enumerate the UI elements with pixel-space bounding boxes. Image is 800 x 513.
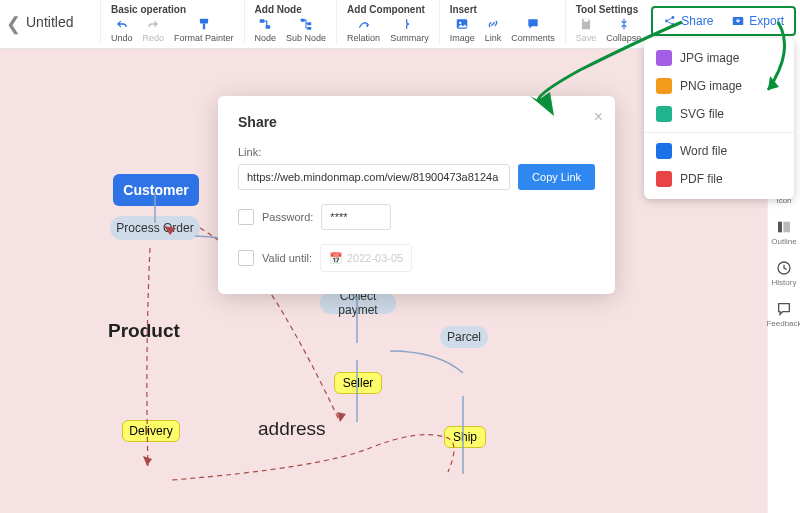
link-icon	[485, 17, 501, 31]
relation-icon	[356, 17, 372, 31]
link-input[interactable]	[238, 164, 510, 190]
history-icon	[776, 260, 792, 276]
toolbar-group: Basic operationUndoRedoFormat Painter	[100, 0, 244, 43]
toolbar-item-label: Format Painter	[174, 33, 234, 43]
password-label: Password:	[262, 211, 313, 223]
node-delivery[interactable]: Delivery	[122, 420, 180, 442]
group-label: Basic operation	[111, 4, 234, 15]
toolbar-relation[interactable]: Relation	[347, 17, 380, 43]
toolbar-item-label: Sub Node	[286, 33, 326, 43]
valid-until-label: Valid until:	[262, 252, 312, 264]
toolbar-image[interactable]: Image	[450, 17, 475, 43]
feedback-icon	[776, 301, 792, 317]
group-label: Insert	[450, 4, 555, 15]
toolbar-format-painter[interactable]: Format Painter	[174, 17, 234, 43]
toolbar-item-label: Node	[255, 33, 277, 43]
valid-until-date[interactable]: 📅 2022-03-05	[320, 244, 412, 272]
outline-icon	[776, 219, 792, 235]
toolbar-group: Add NodeNodeSub Node	[244, 0, 337, 43]
side-label: History	[772, 278, 797, 287]
date-placeholder: 2022-03-05	[347, 252, 403, 264]
toolbar-item-label: Image	[450, 33, 475, 43]
svg-rect-6	[307, 27, 311, 30]
password-checkbox[interactable]	[238, 209, 254, 225]
toolbar-group: Add ComponentRelationSummary	[336, 0, 439, 43]
valid-until-checkbox[interactable]	[238, 250, 254, 266]
svg-rect-4	[301, 19, 305, 22]
side-history[interactable]: History	[772, 260, 797, 287]
calendar-icon: 📅	[329, 252, 343, 265]
svg-rect-5	[307, 22, 311, 25]
toolbar-item-label: Summary	[390, 33, 429, 43]
node-customer[interactable]: Customer	[113, 174, 199, 206]
node-seller[interactable]: Seller	[334, 372, 382, 394]
svg-rect-19	[783, 222, 790, 233]
toolbar-summary[interactable]: Summary	[390, 17, 429, 43]
group-label: Add Component	[347, 4, 429, 15]
image-icon	[454, 17, 470, 31]
node-parcel[interactable]: Parcel	[440, 326, 488, 348]
password-input[interactable]	[321, 204, 391, 230]
svg-rect-0	[200, 19, 208, 24]
subnode-icon	[298, 17, 314, 31]
side-label: Feedback	[766, 319, 800, 328]
side-feedback[interactable]: Feedback	[766, 301, 800, 328]
toolbar-node[interactable]: Node	[255, 17, 277, 43]
side-label: Outline	[771, 237, 796, 246]
svg-rect-2	[260, 19, 265, 23]
node-ship[interactable]: Ship	[444, 426, 486, 448]
svg-rect-18	[778, 222, 782, 233]
undo-icon	[114, 17, 130, 31]
annotation-arrow	[520, 20, 800, 200]
format-painter-icon	[196, 17, 212, 31]
label-product: Product	[108, 320, 180, 342]
toolbar-sub-node[interactable]: Sub Node	[286, 17, 326, 43]
toolbar-item-label: Undo	[111, 33, 133, 43]
label-address: address	[258, 418, 326, 440]
node-icon	[257, 17, 273, 31]
summary-icon	[401, 17, 417, 31]
svg-point-8	[459, 22, 461, 24]
svg-rect-1	[203, 23, 205, 29]
toolbar-item-label: Redo	[143, 33, 165, 43]
toolbar-undo[interactable]: Undo	[111, 17, 133, 43]
node-collect-payment[interactable]: Collect paymet	[320, 292, 396, 314]
redo-icon	[145, 17, 161, 31]
back-button[interactable]: ❮	[0, 0, 26, 48]
toolbar-item-label: Relation	[347, 33, 380, 43]
group-label: Add Node	[255, 4, 327, 15]
node-process-order[interactable]: Process Order	[110, 216, 200, 240]
side-outline[interactable]: Outline	[771, 219, 796, 246]
toolbar-redo: Redo	[143, 17, 165, 43]
group-label: Tool Settings	[576, 4, 642, 15]
document-title[interactable]: Untitled	[26, 0, 92, 30]
toolbar-item-label: Link	[485, 33, 502, 43]
toolbar-link[interactable]: Link	[485, 17, 502, 43]
